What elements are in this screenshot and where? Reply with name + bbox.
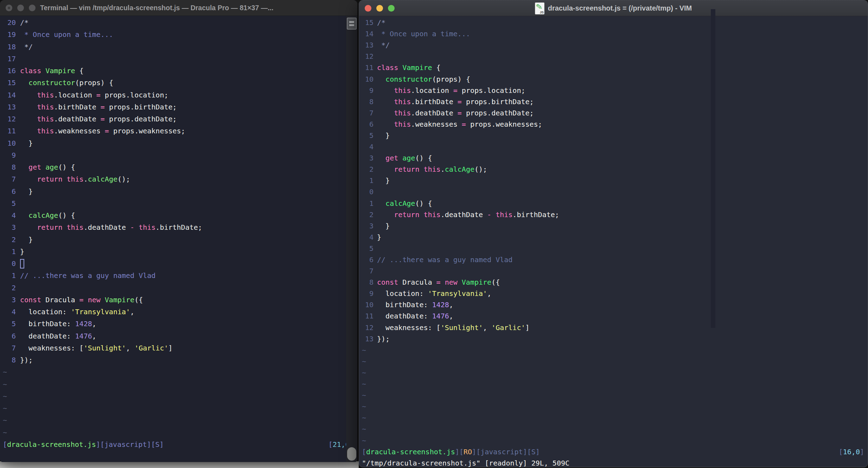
vim-cursor bbox=[20, 259, 24, 268]
tilde-line: ~ bbox=[0, 366, 357, 378]
line-number: 5 bbox=[359, 131, 374, 140]
code-line: 3 return this.deathDate - this.birthDate… bbox=[0, 221, 357, 233]
code-line: 12 this.deathDate = props.deathDate; bbox=[0, 113, 357, 125]
line-number: 11 bbox=[359, 63, 374, 72]
code-line: 1// ...there was a guy named Vlad bbox=[0, 270, 357, 282]
terminal-titlebar[interactable]: Terminal — vim /tmp/dracula-screenshot.j… bbox=[0, 0, 357, 16]
tilde-line: ~ bbox=[0, 390, 357, 402]
document-icon: ✎ JS bbox=[535, 2, 544, 14]
tilde-line: ~ bbox=[359, 356, 868, 367]
line-number: 4 bbox=[0, 211, 16, 220]
code-line: 4} bbox=[359, 232, 868, 243]
zoom-button[interactable] bbox=[29, 5, 36, 11]
line-number: 2 bbox=[0, 284, 16, 292]
window-title: Terminal — vim /tmp/dracula-screenshot.j… bbox=[40, 0, 273, 16]
code-line: 2 return this.calcAge(); bbox=[359, 164, 868, 175]
tilde-line: ~ bbox=[359, 344, 868, 356]
close-button[interactable] bbox=[6, 5, 12, 11]
line-number: 9 bbox=[359, 86, 374, 95]
code-line: 3 } bbox=[359, 220, 868, 232]
code-line: 1 calcAge() { bbox=[359, 198, 868, 209]
line-number: 15 bbox=[0, 78, 16, 87]
line-number: 17 bbox=[0, 55, 16, 63]
line-number: 3 bbox=[0, 223, 16, 232]
line-number: 3 bbox=[0, 296, 16, 304]
line-number: 8 bbox=[0, 356, 16, 364]
code-line: 10 birthDate: 1428, bbox=[359, 299, 868, 310]
vim-editor-right[interactable]: 15/*14 * Once upon a time...13 */1211cla… bbox=[359, 16, 868, 467]
line-number: 3 bbox=[359, 222, 374, 230]
vim-command-line: "/tmp/dracula-screenshot.js" [readonly] … bbox=[359, 457, 868, 467]
line-number: 4 bbox=[0, 308, 16, 316]
code-line: 6 } bbox=[0, 185, 357, 197]
vim-scrollbar[interactable] bbox=[711, 9, 715, 328]
code-line: 16class Vampire { bbox=[0, 65, 357, 77]
code-line: 6 this.weaknesses = props.weaknesses; bbox=[359, 119, 868, 130]
split-pane-button[interactable] bbox=[347, 18, 357, 30]
code-line: 9 bbox=[0, 149, 357, 161]
code-line: 12 bbox=[359, 51, 868, 62]
tilde-line: ~ bbox=[359, 412, 868, 423]
line-number: 11 bbox=[0, 127, 16, 135]
code-line: 2 bbox=[0, 282, 357, 294]
code-line: 14 this.location = props.location; bbox=[0, 89, 357, 101]
line-number: 2 bbox=[359, 210, 374, 219]
code-line: 8 this.birthDate = props.birthDate; bbox=[359, 96, 868, 107]
vim-statusline: [dracula-screenshot.js][RO][javascript][… bbox=[359, 446, 868, 457]
vim-editor-left[interactable]: 20/*19 * Once upon a time...18 */1716cla… bbox=[0, 16, 357, 462]
line-number: 7 bbox=[0, 175, 16, 183]
line-number: 8 bbox=[359, 97, 374, 106]
code-line: 19 * Once upon a time... bbox=[0, 29, 357, 40]
code-line: 11class Vampire { bbox=[359, 62, 868, 73]
line-number: 5 bbox=[0, 320, 16, 328]
tilde-line: ~ bbox=[0, 414, 357, 426]
code-line: 9 this.location = props.location; bbox=[359, 85, 868, 96]
line-number: 9 bbox=[0, 151, 16, 159]
code-line: 7 return this.calcAge(); bbox=[0, 173, 357, 185]
code-line: 2 return this.deathDate - this.birthDate… bbox=[359, 209, 868, 220]
tilde-line: ~ bbox=[359, 378, 868, 390]
macvim-window: ✎ JS dracula-screenshot.js = (/private/t… bbox=[359, 0, 868, 467]
line-number: 10 bbox=[359, 301, 374, 309]
line-number: 13 bbox=[359, 41, 374, 49]
line-number: 1 bbox=[0, 271, 16, 280]
code-line: 8const Dracula = new Vampire({ bbox=[359, 277, 868, 288]
vim-statusline: [dracula-screenshot.js][javascript][S][2… bbox=[0, 438, 357, 450]
code-line: 1 } bbox=[359, 175, 868, 186]
code-line: 2 } bbox=[0, 234, 357, 246]
line-number: 4 bbox=[359, 233, 374, 241]
line-number: 12 bbox=[359, 52, 374, 61]
code-line: 6// ...there was a guy named Vlad bbox=[359, 254, 868, 265]
code-line: 13}); bbox=[359, 333, 868, 344]
line-number: 11 bbox=[359, 312, 374, 320]
code-line: 11 this.weaknesses = props.weaknesses; bbox=[0, 125, 357, 137]
tilde-line: ~ bbox=[359, 367, 868, 378]
line-number: 13 bbox=[359, 335, 374, 343]
code-line: 4 bbox=[359, 141, 868, 152]
code-line: 5 bbox=[359, 243, 868, 254]
line-number: 8 bbox=[359, 278, 374, 286]
line-number: 2 bbox=[359, 165, 374, 173]
line-number: 15 bbox=[359, 18, 374, 27]
code-line: 7 bbox=[359, 265, 868, 277]
line-number: 6 bbox=[359, 120, 374, 128]
code-line: 6 deathDate: 1476, bbox=[0, 330, 357, 342]
minimize-button[interactable] bbox=[17, 5, 24, 11]
line-number: 5 bbox=[0, 199, 16, 208]
line-number: 0 bbox=[359, 188, 374, 196]
line-number: 0 bbox=[0, 259, 16, 268]
code-line: 9 location: 'Transylvania', bbox=[359, 288, 868, 299]
line-number: 13 bbox=[0, 103, 16, 111]
code-line: 3const Dracula = new Vampire({ bbox=[0, 294, 357, 306]
macvim-titlebar[interactable]: ✎ JS dracula-screenshot.js = (/private/t… bbox=[359, 0, 868, 16]
tilde-line: ~ bbox=[0, 402, 357, 414]
line-number: 6 bbox=[359, 255, 374, 264]
scrollbar-thumb[interactable] bbox=[347, 447, 356, 461]
code-line: 12 weaknesses: ['Sunlight', 'Garlic'] bbox=[359, 322, 868, 333]
code-line: 5 } bbox=[359, 130, 868, 141]
desktop-background-strip bbox=[0, 461, 359, 468]
terminal-scrollbar[interactable] bbox=[346, 16, 357, 462]
tilde-line: ~ bbox=[359, 435, 868, 446]
line-number: 19 bbox=[0, 30, 16, 39]
line-number: 16 bbox=[0, 67, 16, 75]
